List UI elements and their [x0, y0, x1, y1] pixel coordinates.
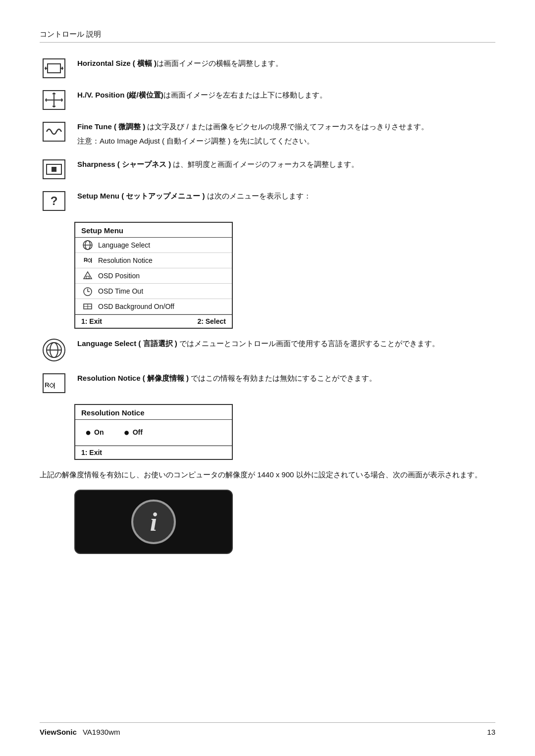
- off-bullet: ●: [124, 427, 130, 438]
- osd-timeout-label: OSD Time Out: [98, 287, 143, 295]
- hv-position-text: H./V. Position (縦/横位置)は画面イメージを左右または上下に移動…: [77, 89, 495, 101]
- sharpness-icon-cell: [40, 159, 68, 179]
- resolution-notice-footer: 1: Exit: [75, 446, 232, 459]
- fine-tune-note: 注意：Auto Image Adjust ( 自動イメージ調整 ) を先に試して…: [77, 135, 495, 148]
- sharpness-description: Sharpness ( シャープネス ) は、鮮明度と画面イメージのフォーカスを…: [77, 158, 495, 171]
- setup-menu-box: Setup Menu Language Select R◇| Resolutio…: [74, 222, 233, 329]
- footer-brand: ViewSonic: [40, 728, 77, 736]
- sharpness-text: Sharpness ( シャープネス ) は、鮮明度と画面イメージのフォーカスを…: [77, 158, 495, 171]
- osd-timeout-icon: [81, 286, 94, 297]
- fine-tune-text: Fine Tune ( 微調整 ) は文字及び / または画像をピクセルの境界で…: [77, 121, 495, 148]
- header-row: コントロール 説明: [40, 30, 495, 43]
- sharpness-icon: [43, 159, 65, 179]
- fine-tune-icon-cell: [40, 122, 68, 142]
- osd-background-icon: [81, 301, 94, 312]
- resolution-notice-icon-cell: R◇|: [40, 373, 68, 393]
- resolution-notice-label: Resolution Notice: [98, 256, 153, 264]
- setup-menu-footer: 1: Exit 2: Select: [75, 314, 232, 328]
- horizontal-size-icon: [43, 58, 65, 78]
- osd-position-icon: [81, 270, 94, 281]
- info-image-box: i: [74, 490, 233, 554]
- row-language-select: Language Select ( 言語選択 ) ではメニューとコントロール画面…: [40, 338, 495, 361]
- svg-rect-0: [48, 64, 60, 73]
- hv-position-icon-cell: [40, 90, 68, 110]
- header-label: コントロール 説明: [40, 30, 101, 39]
- language-select-text: Language Select ( 言語選択 ) ではメニューとコントロール画面…: [77, 338, 495, 350]
- horizontal-size-text: Horizontal Size ( 横幅 )は画面イメージの横幅を調整します。: [77, 57, 495, 70]
- footer-page-number: 13: [487, 728, 495, 736]
- resolution-note: 上記の解像度情報を有効にし、お使いのコンピュータの解像度が 1440 x 900…: [40, 469, 495, 481]
- language-select-icon-cell: [40, 339, 68, 361]
- resolution-exit: 1: Exit: [81, 449, 102, 456]
- page-footer: ViewSonic VA1930wm 13: [40, 722, 495, 736]
- off-label: Off: [133, 428, 143, 436]
- question-mark-icon: ?: [51, 194, 58, 208]
- setup-menu-description: Setup Menu ( セットアップメニュー ) は次のメニューを表示します：: [77, 190, 495, 202]
- setup-menu-item-osd-bg: OSD Background On/Off: [75, 299, 232, 314]
- row-hv-position: H./V. Position (縦/横位置)は画面イメージを左右または上下に移動…: [40, 89, 495, 110]
- horizontal-size-icon-cell: [40, 58, 68, 78]
- setup-menu-icon-cell: ?: [40, 191, 68, 211]
- setup-menu-exit: 1: Exit: [81, 317, 102, 325]
- horizontal-size-description: Horizontal Size ( 横幅 )は画面イメージの横幅を調整します。: [77, 57, 495, 70]
- setup-menu-item-osd-position: OSD Position: [75, 268, 232, 284]
- info-icon: i: [131, 500, 176, 544]
- resolution-notice-box: Resolution Notice ● On ● Off 1: Exit: [74, 404, 233, 460]
- svg-text:R◇|: R◇|: [45, 381, 55, 388]
- row-horizontal-size: Horizontal Size ( 横幅 )は画面イメージの横幅を調整します。: [40, 57, 495, 78]
- row-sharpness: Sharpness ( シャープネス ) は、鮮明度と画面イメージのフォーカスを…: [40, 158, 495, 179]
- osd-background-label: OSD Background On/Off: [98, 302, 174, 310]
- resolution-notice-text: Resolution Notice ( 解像度情報 ) ではこの情報を有効または…: [77, 372, 495, 385]
- resolution-notice-icon: R◇|: [81, 255, 94, 266]
- resolution-icon: R◇|: [43, 373, 65, 393]
- on-bullet: ●: [85, 427, 91, 438]
- setup-menu-item-language: Language Select: [75, 238, 232, 253]
- language-select-label: Language Select: [98, 241, 150, 249]
- svg-marker-10: [84, 272, 92, 279]
- footer-brand-model: ViewSonic VA1930wm: [40, 728, 120, 736]
- setup-menu-item-osd-timeout: OSD Time Out: [75, 284, 232, 299]
- setup-menu-box-title: Setup Menu: [75, 223, 232, 238]
- resolution-off-option: ● Off: [124, 427, 143, 438]
- resolution-note-text: 上記の解像度情報を有効にし、お使いのコンピュータの解像度が 1440 x 900…: [40, 469, 495, 481]
- row-fine-tune: Fine Tune ( 微調整 ) は文字及び / または画像をピクセルの境界で…: [40, 121, 495, 148]
- language-select-icon: [81, 240, 94, 251]
- setup-menu-select: 2: Select: [197, 317, 226, 325]
- row-resolution-notice: R◇| Resolution Notice ( 解像度情報 ) ではこの情報を有…: [40, 372, 495, 393]
- resolution-on-option: ● On: [85, 427, 104, 438]
- osd-position-label: OSD Position: [98, 272, 140, 280]
- footer-model: VA1930wm: [83, 728, 120, 736]
- fine-tune-icon: [43, 122, 65, 142]
- resolution-notice-box-title: Resolution Notice: [75, 405, 232, 420]
- setup-menu-text: Setup Menu ( セットアップメニュー ) は次のメニューを表示します：: [77, 190, 495, 202]
- fine-tune-description: Fine Tune ( 微調整 ) は文字及び / または画像をピクセルの境界で…: [77, 121, 495, 133]
- resolution-notice-description: Resolution Notice ( 解像度情報 ) ではこの情報を有効または…: [77, 372, 495, 385]
- resolution-notice-body: ● On ● Off: [75, 420, 232, 446]
- setup-menu-icon: ?: [43, 191, 65, 211]
- setup-menu-item-resolution: R◇| Resolution Notice: [75, 253, 232, 268]
- on-label: On: [94, 428, 104, 436]
- hv-position-description: H./V. Position (縦/横位置)は画面イメージを左右または上下に移動…: [77, 89, 495, 101]
- svg-rect-6: [52, 167, 56, 172]
- page-wrapper: コントロール 説明 Horizontal Size ( 横幅 )は画面イメージ: [0, 0, 535, 756]
- row-setup-menu: ? Setup Menu ( セットアップメニュー ) は次のメニューを表示しま…: [40, 190, 495, 211]
- hv-position-icon: [43, 90, 65, 110]
- language-select-description: Language Select ( 言語選択 ) ではメニューとコントロール画面…: [77, 338, 495, 350]
- language-icon: [43, 339, 65, 361]
